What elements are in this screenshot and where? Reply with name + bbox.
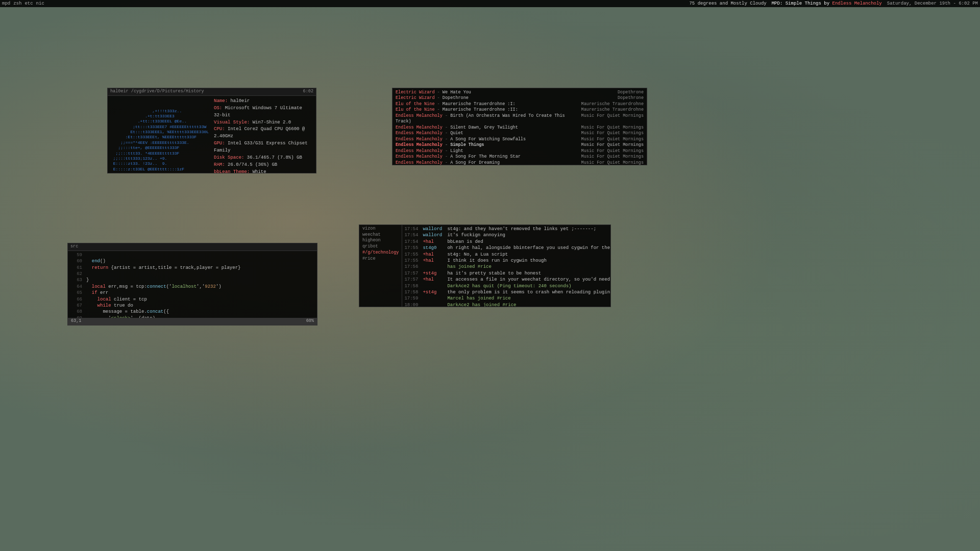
- mpd-entry: Elu of the Nine - Maurerische Trauerdroh…: [395, 107, 644, 113]
- neofetch-terminal: hal0eir /cygdrive/D/Pictures/History 6:0…: [107, 88, 316, 173]
- neofetch-info: Name: hal0eir OS: Microsoft Windows 7 Ul…: [214, 98, 313, 173]
- code-line: 59: [70, 252, 315, 258]
- code-line: 66 local client = tcp: [70, 296, 315, 303]
- mpd-entry: Endless Melancholy - Birth (An Orchestra…: [395, 113, 644, 125]
- wc-message: 17:58DarkAce2 has quit (Ping timeout: 24…: [404, 283, 611, 289]
- weechat-terminal: vizonweechathigheonqribot#/g/technology#…: [359, 224, 611, 307]
- mpd-entry: Endless Melancholy - A Song For Dreaming…: [395, 160, 644, 165]
- mpd-entry: Endless Melancholy - LightMusic For Quie…: [395, 148, 644, 154]
- weechat-main: 17:54wallordst4g: and they haven't remov…: [402, 225, 611, 307]
- wc-message: 17:55+halI think it does run in cygwin t…: [404, 258, 611, 264]
- code-content: 5960 end()61 return {artist = artist,tit…: [68, 251, 317, 318]
- mpd-entry: Electric Wizard - DopethroneDopethrone: [395, 95, 644, 101]
- mpd-entry: Endless Melancholy - Simple ThingsMusic …: [395, 142, 644, 148]
- code-line: 63}: [70, 277, 315, 283]
- neofetch-title: hal0eir /cygdrive/D/Pictures/History: [110, 89, 204, 95]
- code-line: 62: [70, 271, 315, 277]
- wc-message: 17:57+halIt accesses a file in your weec…: [404, 277, 611, 283]
- tab-nic[interactable]: nic: [36, 1, 44, 6]
- mpd-entry: Elu of the Nine - Maurerische Trauerdroh…: [395, 102, 644, 107]
- code-scroll: 60%: [306, 318, 314, 324]
- neofetch-titlebar: hal0eir /cygdrive/D/Pictures/History 6:0…: [108, 88, 316, 96]
- statusbar: mpd zsh etc nic 75 degrees and Mostly Cl…: [0, 0, 980, 7]
- code-cursor: 63,1: [71, 318, 81, 324]
- mpd-terminal: Electric Wizard - We Hate YouDopethroneE…: [392, 88, 647, 165]
- wc-sidebar-item[interactable]: higheon: [361, 238, 400, 244]
- wc-message: 17:54wallordit's fuckign annoying: [404, 232, 611, 238]
- wc-message: 17:59Marcel has joined #rice: [404, 295, 611, 302]
- neofetch-time: 6:02: [303, 89, 313, 95]
- tab-mpd[interactable]: mpd: [2, 1, 10, 6]
- wc-message: 17:54wallordst4g: and they haven't remov…: [404, 226, 611, 232]
- code-line: 61 return {artist = artist,title = track…: [70, 265, 315, 271]
- tab-zsh[interactable]: zsh: [13, 1, 21, 6]
- mpd-entry: Endless Melancholy - A Song For Watching…: [395, 137, 644, 142]
- code-line: 65 if err: [70, 290, 315, 296]
- tab-etc[interactable]: etc: [24, 1, 33, 6]
- wc-sidebar-item[interactable]: weechat: [361, 232, 400, 238]
- code-line: 64 local err,msg = tcp:connect('localhos…: [70, 284, 315, 290]
- wc-message: 17:57+st4gha it's pretty stable to be ho…: [404, 270, 611, 277]
- neofetch-content: ,+!!!t333z.. .+t:tt333EE3 .+tt::t333EEEL…: [108, 96, 316, 173]
- wc-message: 17:56has joined #rice: [404, 264, 611, 270]
- wc-sidebar-item[interactable]: #/g/technology: [361, 250, 400, 256]
- weather-info: 75 degrees and Mostly Cloudy: [689, 1, 766, 6]
- mpd-entry: Endless Melancholy - Silent Dawn, Grey T…: [395, 125, 644, 131]
- weechat-sidebar: vizonweechathigheonqribot#/g/technology#…: [359, 225, 402, 307]
- code-terminal: src 5960 end()61 return {artist = artist…: [67, 243, 317, 325]
- wc-message: 17:55st4g0oh right hal, alongside bbinte…: [404, 245, 611, 251]
- mpd-playlist: Electric Wizard - We Hate YouDopethroneE…: [395, 90, 644, 165]
- wc-sidebar-item[interactable]: vizon: [361, 226, 400, 232]
- wc-sidebar-item[interactable]: #rice: [361, 256, 400, 262]
- mpd-entry: Electric Wizard - We Hate YouDopethrone: [395, 90, 644, 95]
- mpd-entry: Endless Melancholy - A Song For The Morn…: [395, 154, 644, 160]
- wc-message: 17:54+halbbLean is ded: [404, 239, 611, 245]
- code-title: src: [70, 244, 78, 250]
- mpd-entry: Endless Melancholy - QuietMusic For Quie…: [395, 131, 644, 136]
- mpd-info: MPD: Simple Things by Endless Melancholy: [772, 1, 882, 6]
- wc-message: 18:00DarkAce2 has joined #rice: [404, 302, 611, 307]
- ascii-art: ,+!!!t333z.. .+t:tt333EE3 .+tt::t333EEEL…: [111, 98, 209, 173]
- code-titlebar: src: [68, 243, 317, 251]
- code-line: 60 end(): [70, 258, 315, 264]
- code-line: 67 while true do: [70, 303, 315, 309]
- weechat-layout: vizonweechathigheonqribot#/g/technology#…: [359, 225, 610, 307]
- code-line: 68 message = table.concat({: [70, 309, 315, 315]
- code-statusbar: 63,1 60%: [68, 318, 317, 325]
- statusbar-info: 75 degrees and Mostly Cloudy MPD: Simple…: [689, 1, 978, 6]
- datetime-info: Saturday, December 19th - 6:02 PM: [887, 1, 978, 6]
- mpd-content: Electric Wizard - We Hate YouDopethroneE…: [393, 88, 647, 165]
- code-lines: 5960 end()61 return {artist = artist,tit…: [70, 252, 315, 318]
- wc-sidebar-item[interactable]: qribot: [361, 244, 400, 250]
- wc-message: 17:55+halst4g: No, a Lua script: [404, 252, 611, 258]
- wc-message: 17:58+st4gthe only problem is it seems t…: [404, 289, 611, 295]
- statusbar-tabs: mpd zsh etc nic: [2, 1, 44, 6]
